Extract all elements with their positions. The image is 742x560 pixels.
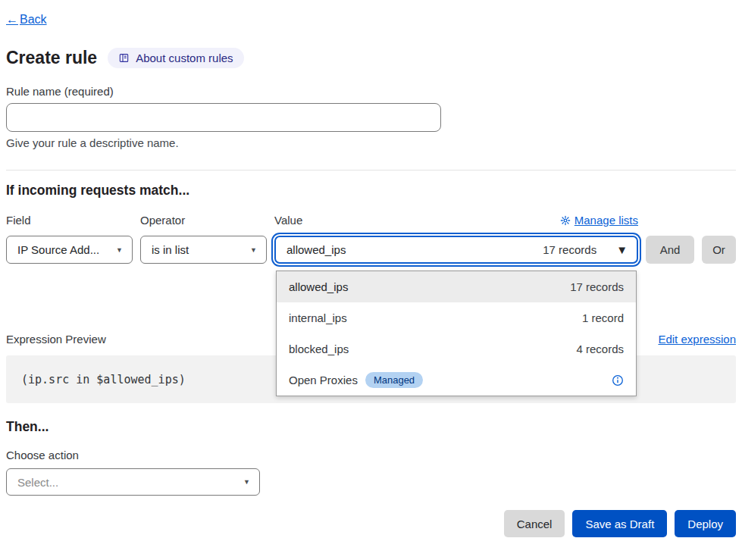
manage-lists-link[interactable]: Manage lists: [560, 214, 638, 227]
list-option-name: blocked_ips: [289, 343, 576, 355]
expression-preview-label: Expression Preview: [6, 333, 106, 346]
back-link-label: Back: [20, 13, 47, 27]
field-column: Field IP Source Add... ▼: [6, 214, 133, 264]
list-option-allowed-ips[interactable]: allowed_ips 17 records: [277, 271, 636, 302]
rule-name-label: Rule name (required): [6, 85, 736, 98]
list-option-name: allowed_ips: [289, 280, 570, 293]
rule-name-helper-text: Give your rule a descriptive name.: [6, 136, 736, 149]
deploy-button[interactable]: Deploy: [675, 510, 736, 537]
page-title: Create rule: [6, 48, 97, 68]
rule-name-input[interactable]: [6, 103, 441, 132]
field-select-value: IP Source Add...: [17, 243, 99, 256]
section-divider: [6, 170, 736, 171]
list-option-blocked-ips[interactable]: blocked_ips 4 records: [277, 333, 636, 364]
managed-badge: Managed: [365, 372, 423, 388]
page-header: Create rule About custom rules: [6, 48, 736, 68]
value-label-row: Value Manage lists: [274, 214, 638, 227]
list-option-record-count: 17 records: [570, 280, 624, 293]
create-rule-page: ←Back Create rule About custom rules Rul…: [0, 0, 742, 537]
field-select[interactable]: IP Source Add... ▼: [6, 236, 133, 264]
list-option-record-count: 1 record: [582, 311, 624, 324]
and-button[interactable]: And: [646, 236, 694, 264]
condition-builder-row: Field IP Source Add... ▼ Operator is in …: [6, 214, 736, 264]
value-select-record-count: 17 records: [543, 243, 596, 256]
chevron-down-icon: ▼: [616, 243, 628, 256]
edit-expression-link[interactable]: Edit expression: [658, 333, 736, 346]
save-as-draft-button[interactable]: Save as Draft: [572, 510, 667, 537]
action-select-placeholder: Select...: [17, 476, 58, 489]
book-icon: [118, 52, 130, 64]
value-label: Value: [274, 214, 302, 227]
value-column: Value Manage lists allowed_ips 17 record…: [274, 214, 638, 264]
value-select-selected: allowed_ips: [286, 243, 543, 256]
gear-icon: [560, 215, 571, 226]
or-button[interactable]: Or: [702, 236, 736, 264]
manage-lists-label: Manage lists: [575, 214, 638, 227]
operator-label: Operator: [140, 214, 267, 227]
about-custom-rules-link[interactable]: About custom rules: [108, 48, 243, 68]
info-icon[interactable]: [612, 374, 624, 386]
expression-code: (ip.src in $allowed_ips): [21, 373, 186, 386]
operator-select[interactable]: is in list ▼: [140, 236, 267, 264]
action-select[interactable]: Select... ▼: [6, 468, 260, 496]
list-option-name: Open Proxies: [289, 374, 358, 386]
list-option-record-count: 4 records: [576, 343, 624, 355]
operator-column: Operator is in list ▼: [140, 214, 267, 264]
back-arrow-icon: ←: [6, 13, 18, 27]
field-label: Field: [6, 214, 133, 227]
choose-action-label: Choose action: [6, 449, 736, 461]
list-option-name: internal_ips: [289, 311, 582, 324]
footer-actions: Cancel Save as Draft Deploy: [6, 510, 736, 537]
list-option-open-proxies[interactable]: Open Proxies Managed: [277, 364, 636, 396]
then-section-heading: Then...: [6, 419, 736, 435]
list-option-internal-ips[interactable]: internal_ips 1 record: [277, 302, 636, 333]
chevron-down-icon: ▼: [243, 478, 250, 486]
operator-select-value: is in list: [152, 243, 189, 256]
about-custom-rules-label: About custom rules: [136, 52, 233, 64]
value-select[interactable]: allowed_ips 17 records ▼: [274, 236, 638, 264]
chevron-down-icon: ▼: [116, 246, 123, 254]
match-section-heading: If incoming requests match...: [6, 183, 736, 199]
cancel-button[interactable]: Cancel: [504, 510, 565, 537]
back-link[interactable]: ←Back: [6, 13, 47, 27]
list-dropdown-panel: allowed_ips 17 records internal_ips 1 re…: [276, 271, 637, 396]
chevron-down-icon: ▼: [250, 246, 257, 254]
